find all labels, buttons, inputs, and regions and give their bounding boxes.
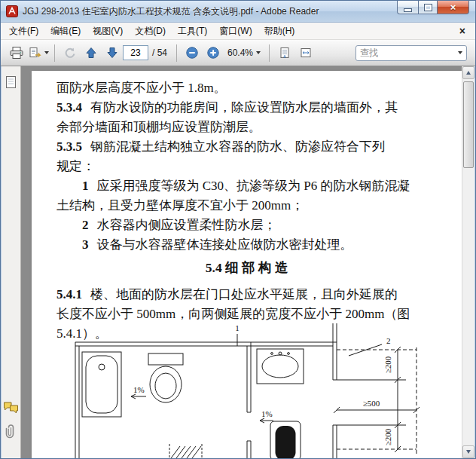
menubar: 文件(F) 编辑(E) 视图(V) 文档(D) 工具(T) 窗口(W) 帮助(H… xyxy=(1,23,475,40)
fit-width-icon xyxy=(300,47,312,59)
scroll-down-button[interactable] xyxy=(462,445,474,458)
previous-view-button[interactable] xyxy=(60,43,80,63)
titlebar: JGJ 298-2013 住宅室内防水工程技术规范 含条文说明.pdf - Ad… xyxy=(1,1,475,23)
zoom-out-icon xyxy=(185,46,199,60)
text-line: 面防水层高度不应小于 1.8m。 xyxy=(56,78,437,98)
text-line: 余部分墙面和顶棚均应设置防潮层。 xyxy=(56,118,437,137)
walls xyxy=(75,323,337,458)
menu-file[interactable]: 文件(F) xyxy=(3,22,44,41)
floor-fixture xyxy=(270,421,301,458)
close-icon: × xyxy=(450,2,456,13)
pages-icon xyxy=(5,75,17,90)
document-view: 面防水层高度不应小于 1.8m。 5.3.4有防水设防的功能房间，除应设置防水层… xyxy=(21,66,462,458)
next-page-button[interactable] xyxy=(102,43,122,63)
navigation-pane-bottom xyxy=(3,398,20,446)
menu-help[interactable]: 帮助(H) xyxy=(258,22,301,41)
scrollbar-thumb[interactable] xyxy=(463,81,474,168)
slope-label-right: 1% xyxy=(261,409,273,418)
zoom-in-icon xyxy=(206,46,220,60)
maximize-icon xyxy=(425,5,432,11)
scrolling-page-icon xyxy=(279,47,291,59)
washbasin xyxy=(257,349,304,384)
document-close-icon[interactable]: × xyxy=(452,25,473,37)
callout-2-leader xyxy=(349,344,382,356)
zoom-in-button[interactable] xyxy=(203,43,223,63)
text-line: 5.3.5钢筋混凝土结构独立水容器的防水、防渗应符合下列 xyxy=(56,137,437,157)
pages-panel-button[interactable] xyxy=(3,74,20,92)
minimize-button[interactable] xyxy=(397,1,418,14)
callout-1-label: 1 xyxy=(235,323,240,332)
fit-width-button[interactable] xyxy=(296,43,316,63)
previous-view-icon xyxy=(63,46,77,60)
scrolling-mode-button[interactable] xyxy=(275,43,294,63)
toilet xyxy=(148,353,183,402)
scroll-down-icon xyxy=(466,450,471,454)
pdf-app-icon xyxy=(6,5,18,17)
threshold-hatching xyxy=(169,444,202,458)
text-line: 5.3.4有防水设防的功能房间，除应设置防水层的墙面外，其 xyxy=(56,98,437,118)
scroll-up-icon xyxy=(466,71,471,75)
toolbar-separator xyxy=(176,44,177,62)
find-box[interactable] xyxy=(355,45,467,61)
minimize-icon xyxy=(404,9,411,11)
scroll-up-button[interactable] xyxy=(462,66,474,79)
paperclip-icon xyxy=(5,423,17,439)
comments-panel-button[interactable] xyxy=(3,398,20,416)
adobe-reader-window: JGJ 298-2013 住宅室内防水工程技术规范 含条文说明.pdf - Ad… xyxy=(0,0,476,459)
find-dropdown-caret-icon xyxy=(458,51,462,54)
dimension-length: ≥500 xyxy=(363,399,380,408)
text-line: 1应采用强度等级为 C30、抗渗等级为 P6 的防水钢筋混凝 xyxy=(56,176,437,196)
attachments-panel-button[interactable] xyxy=(3,422,20,440)
menu-edit[interactable]: 编辑(E) xyxy=(44,22,87,41)
maximize-button[interactable] xyxy=(418,1,438,14)
page-number-input[interactable] xyxy=(123,45,148,60)
comments-icon xyxy=(3,401,19,414)
toolbar-separator xyxy=(54,44,55,62)
page-total-label: / 54 xyxy=(152,47,167,58)
text-line: 3设备与水容器壁体连接处应做防水密封处理。 xyxy=(56,235,437,255)
text-line: 土结构，且受力壁体厚度不宜小于 200mm； xyxy=(56,196,437,216)
toolbar-separator xyxy=(269,44,270,62)
menu-view[interactable]: 视图(V) xyxy=(87,22,129,41)
share-dropdown-caret-icon xyxy=(44,51,49,54)
zoom-out-button[interactable] xyxy=(182,43,202,63)
toolbar: / 54 60.4% xyxy=(1,40,475,66)
menu-window[interactable]: 窗口(W) xyxy=(213,22,258,41)
navigation-pane xyxy=(2,66,21,458)
text-line: 2水容器内侧应设置柔性防水层； xyxy=(56,216,437,235)
find-input[interactable] xyxy=(360,47,455,58)
slope-annotations xyxy=(131,394,273,423)
section-heading: 5.4 细 部 构 造 xyxy=(56,258,437,277)
text-line: 长度不应小于 500mm，向两侧延展的宽度不应小于 200mm（图 xyxy=(56,304,437,324)
text-line: 5.4.1楼、地面的防水层在门口处应水平延展，且向外延展的 xyxy=(56,285,437,304)
slope-label-left: 1% xyxy=(133,385,145,394)
page-down-arrow-icon xyxy=(105,46,119,60)
callout-2-label: 2 xyxy=(386,336,391,345)
page-text: 面防水层高度不应小于 1.8m。 5.3.4有防水设防的功能房间，除应设置防水层… xyxy=(32,71,462,344)
close-button[interactable]: × xyxy=(438,1,469,14)
menu-document[interactable]: 文档(D) xyxy=(129,22,172,41)
text-line: 规定： xyxy=(56,157,437,176)
previous-page-button[interactable] xyxy=(81,43,101,63)
page-up-arrow-icon xyxy=(84,46,98,60)
figure-5-4-1-floor-plan: 1% 1% ≥200 xyxy=(72,323,433,458)
dimension-bottom-right: ≥200 xyxy=(383,428,392,445)
zoom-level-dropdown[interactable]: 60.4% xyxy=(224,45,264,60)
share-document-button[interactable] xyxy=(28,43,49,63)
bathtub xyxy=(82,352,121,417)
print-button[interactable] xyxy=(7,43,26,63)
menu-tools[interactable]: 工具(T) xyxy=(172,22,213,41)
share-document-icon xyxy=(28,46,41,60)
dimension-top-right: ≥200 xyxy=(383,356,392,373)
window-controls: × xyxy=(397,1,469,14)
zoom-dropdown-caret-icon xyxy=(256,51,261,54)
pdf-page: 面防水层高度不应小于 1.8m。 5.3.4有防水设防的功能房间，除应设置防水层… xyxy=(32,71,462,458)
content-area: 面防水层高度不应小于 1.8m。 5.3.4有防水设防的功能房间，除应设置防水层… xyxy=(2,66,474,458)
vertical-scrollbar[interactable] xyxy=(462,66,474,458)
zoom-level-value: 60.4% xyxy=(227,47,253,58)
printer-icon xyxy=(9,46,24,60)
